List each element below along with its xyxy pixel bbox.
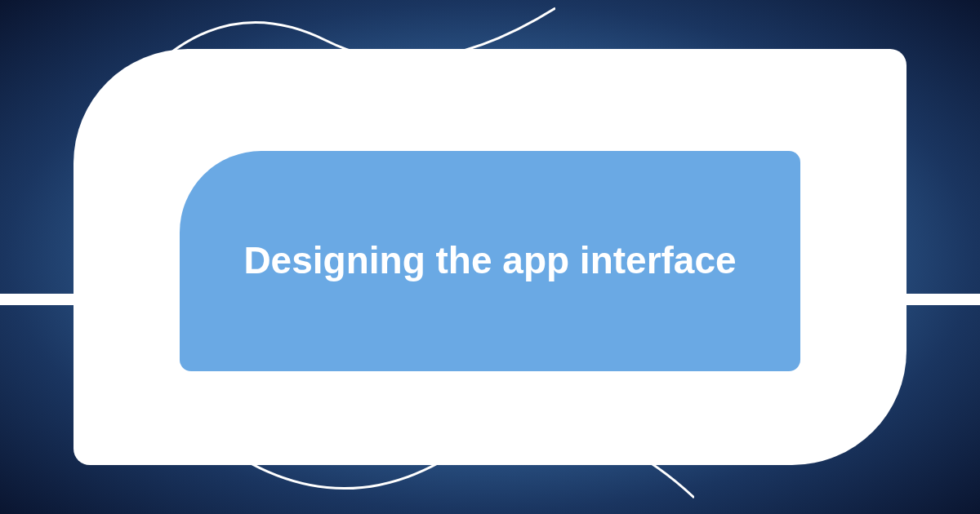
- outer-card: Designing the app interface: [74, 49, 906, 465]
- card-title: Designing the app interface: [194, 237, 785, 285]
- inner-card: Designing the app interface: [180, 151, 800, 371]
